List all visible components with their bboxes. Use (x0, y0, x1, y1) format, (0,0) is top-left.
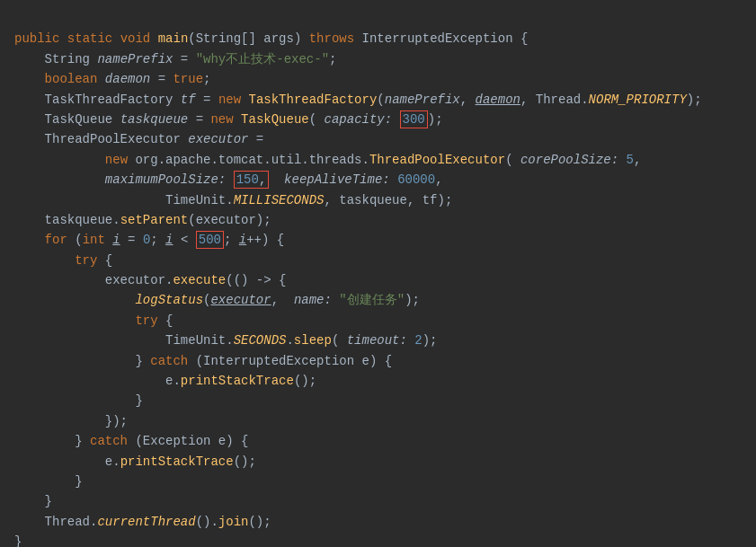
param-executor-ref: executor (210, 293, 271, 307)
num-0: 0 (143, 233, 150, 247)
keyword-try1: try (75, 253, 97, 268)
var-i: i (112, 233, 120, 247)
highlight-500: 500 (196, 231, 224, 249)
num-150: 150 (236, 172, 259, 187)
num-60000: 60000 (397, 172, 435, 187)
param-corepoolsize-label: corePoolSize: (520, 153, 618, 167)
keyword-true: true (173, 72, 203, 86)
num-300: 300 (403, 112, 425, 127)
keyword-int: int (83, 233, 105, 247)
var-namePrefix: namePrefix (97, 52, 173, 66)
param-name-label: name: (294, 293, 332, 307)
var-executor: executor (188, 132, 248, 146)
method-execute: execute (173, 273, 226, 287)
string-name: "创建任务" (339, 293, 405, 307)
num-2: 2 (414, 333, 422, 348)
constructor-threadpoolexecutor: ThreadPoolExecutor (369, 153, 505, 167)
var-daemon: daemon (105, 72, 150, 86)
keyword-for: for (45, 233, 67, 247)
num-5: 5 (627, 153, 634, 167)
var-i3: i (239, 233, 246, 247)
method-printstacktrace2: printStackTrace (120, 454, 234, 469)
highlight-150: 150, (234, 171, 270, 189)
string-value: "why不止技术-exec-" (196, 52, 329, 66)
field-milliseconds: MILLISECONDS (234, 193, 325, 207)
num-500: 500 (199, 233, 221, 247)
param-maxpoolsize-label: maximumPoolSize: (105, 172, 226, 187)
keyword-void: void (120, 31, 151, 46)
keyword-throws: throws (309, 31, 354, 46)
var-tf: tf (181, 93, 196, 107)
method-logstatus: logStatus (135, 293, 203, 307)
code-editor: public static void main(String[] args) t… (0, 0, 756, 547)
var-i2: i (165, 233, 173, 247)
method-join: join (218, 515, 249, 529)
method-sleep: sleep (294, 333, 332, 348)
constructor-taskthreadfactory: TaskThreadFactory (249, 93, 378, 107)
method-printstacktrace1: printStackTrace (181, 374, 294, 388)
field-norm-priority: NORM_PRIORITY (589, 93, 687, 107)
param-capacity-label: capacity: (325, 112, 393, 127)
constructor-taskqueue: TaskQueue (241, 112, 309, 127)
keyword-catch2: catch (90, 434, 128, 448)
method-main: main (158, 31, 189, 46)
keyword-new2: new (210, 112, 233, 127)
keyword-try2: try (135, 313, 157, 328)
highlight-300: 300 (400, 110, 428, 128)
method-currentthread: currentThread (97, 515, 195, 529)
field-seconds: SECONDS (234, 333, 287, 348)
keyword-catch1: catch (150, 354, 188, 368)
keyword-boolean: boolean (45, 72, 98, 86)
keyword-static: static (67, 31, 112, 46)
param-timeout-label: timeout: (347, 333, 407, 348)
param-keepalivetime-label: keepAliveTime: (284, 172, 390, 187)
param-nameprefix: namePrefix (385, 93, 460, 107)
keyword-new1: new (218, 93, 241, 107)
keyword-new3: new (105, 153, 128, 167)
var-taskqueue: taskqueue (120, 112, 189, 127)
param-daemon: daemon (476, 93, 520, 107)
keyword-public: public (14, 31, 59, 46)
method-setparent: setParent (120, 213, 189, 227)
